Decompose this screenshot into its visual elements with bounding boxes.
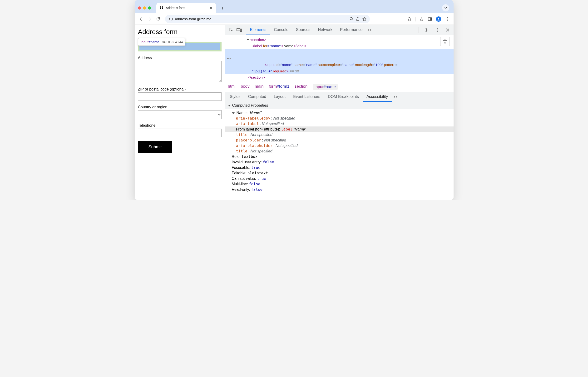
window-maximize-button[interactable] [148,6,151,10]
tab-strip: Address form ✕ ＋ [135,0,453,13]
subtab-dom-breakpoints[interactable]: DOM Breakpoints [324,92,363,102]
page-title: Address form [138,28,222,36]
more-tabs-icon[interactable] [366,26,374,34]
crumb-input[interactable]: input#name [313,84,338,90]
telephone-section: Telephone [138,123,222,137]
labs-icon[interactable] [418,15,425,23]
svg-point-9 [447,20,448,21]
name-source-row: aria-labelledby: Not specified [232,116,453,121]
telephone-label: Telephone [138,123,222,128]
crumb-section[interactable]: section [294,84,307,90]
inspect-tooltip: input#name 342.88 × 48.44 [138,38,186,46]
country-select[interactable] [138,110,222,119]
dom-row-actions-icon[interactable]: ••• [227,56,231,62]
reload-button[interactable] [155,15,162,23]
svg-point-6 [438,18,439,19]
a11y-property-row: Multi-line: false [232,181,453,187]
new-tab-button[interactable]: ＋ [219,4,226,12]
device-toolbar-icon[interactable] [235,26,243,34]
window-close-button[interactable] [138,6,141,10]
separator [245,27,245,33]
crumb-body[interactable]: body [241,84,250,90]
subtab-event-listeners[interactable]: Event Listeners [289,92,324,102]
svg-point-13 [426,29,427,31]
settings-gear-icon[interactable] [423,26,431,34]
forward-button[interactable] [146,15,153,23]
browser-tab[interactable]: Address form ✕ [156,3,216,13]
address-textarea[interactable] [138,61,222,82]
traffic-lights [138,6,151,10]
address-section: Address [138,56,222,83]
window-minimize-button[interactable] [143,6,146,10]
devtools-close-icon[interactable] [443,26,452,34]
tooltip-id: #name [149,40,159,44]
favicon-icon [160,6,163,10]
country-section: Country or region [138,105,222,119]
zip-input[interactable] [138,92,222,101]
site-info-icon[interactable] [169,17,173,21]
subtab-styles[interactable]: Styles [226,92,244,102]
subtab-layout[interactable]: Layout [270,92,290,102]
tab-sources[interactable]: Sources [292,25,314,35]
browser-window: Address form ✕ ＋ address-form.glitch.me [135,0,453,200]
accessibility-toggle-icon[interactable] [440,37,450,46]
back-button[interactable] [137,15,145,23]
dom-breadcrumbs[interactable]: html body main form#form1 section input#… [225,82,453,92]
tooltip-dims: 342.88 × 48.44 [162,40,183,44]
share-icon[interactable] [356,17,360,21]
svg-rect-11 [237,28,240,31]
tooltip-tag: input [141,40,149,44]
separator [415,17,416,22]
page-panel: Address form input#name 342.88 × 48.44 A… [135,25,225,200]
side-panel-icon[interactable] [426,15,434,23]
crumb-main[interactable]: main [255,84,264,90]
accessibility-panel: Computed Properties Name: "Name" aria-la… [225,102,453,200]
name-source-row: placeholder: Not specified [232,137,453,143]
subtab-accessibility[interactable]: Accessibility [363,92,392,102]
name-source-row: From label (for= attribute): label "Name… [225,127,453,132]
crumb-html[interactable]: html [228,84,236,90]
name-source-row: aria-placeholder: Not specified [232,143,453,148]
chrome-menu-icon[interactable] [443,15,451,23]
bookmark-star-icon[interactable] [362,17,366,21]
a11y-property-row: Read-only: false [232,187,453,192]
url-text: address-form.glitch.me [175,17,212,21]
subtab-computed[interactable]: Computed [244,92,270,102]
svg-rect-5 [430,18,432,21]
more-subtabs-icon[interactable] [392,93,400,101]
inspect-element-icon[interactable] [227,26,235,34]
telephone-input[interactable] [138,129,222,137]
tab-performance[interactable]: Performance [336,25,366,35]
dom-tree[interactable]: <section> <label for="name">Name</label>… [225,35,453,82]
separator [418,27,419,33]
address-bar[interactable]: address-form.glitch.me [165,15,370,23]
toolbar: address-form.glitch.me [135,13,453,25]
devtools-tabs: Elements Console Sources Network Perform… [225,25,453,35]
svg-rect-0 [169,18,170,19]
tabs-dropdown-button[interactable] [442,4,449,12]
extensions-icon[interactable] [406,15,413,23]
a11y-property-row: Invalid user entry: false [232,159,453,165]
name-source-row: title: Not specified [232,132,453,137]
name-source-row: title: Not specified [232,148,453,154]
subpanel-tabs: Styles Computed Layout Event Listeners D… [225,92,453,102]
computed-properties-header[interactable]: Computed Properties [225,102,453,109]
tab-console[interactable]: Console [270,25,292,35]
zip-section: ZIP or postal code (optional) [138,87,222,101]
disclosure-triangle-icon[interactable] [232,112,235,114]
crumb-form[interactable]: form#form1 [269,84,289,90]
tab-elements[interactable]: Elements [246,25,270,35]
content-area: Address form input#name 342.88 × 48.44 A… [135,25,453,200]
a11y-property-row: Can set value: true [232,176,453,181]
address-label: Address [138,56,222,60]
submit-button[interactable]: Submit [138,141,172,153]
disclosure-triangle-icon [228,105,231,106]
profile-avatar[interactable] [435,15,442,23]
devtools-menu-icon[interactable] [433,26,441,34]
devtools: Elements Console Sources Network Perform… [225,25,453,200]
tab-close-icon[interactable]: ✕ [209,6,213,10]
country-label: Country or region [138,105,222,109]
zoom-icon[interactable] [350,17,354,21]
a11y-property-row: Role: textbox [232,154,453,159]
tab-network[interactable]: Network [314,25,336,35]
